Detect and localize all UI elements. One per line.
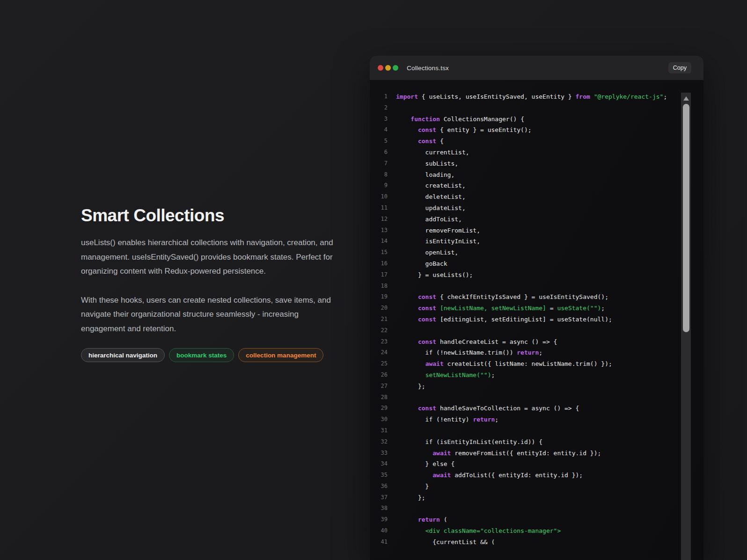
line-number: 35 [375,470,388,481]
line-number: 31 [375,425,388,436]
code-line: 33 await removeFromList({ entityId: enti… [375,448,703,459]
code-line: 30 if (!entity) return; [375,414,703,425]
window-title: Collections.tsx [407,65,449,72]
line-number: 11 [375,203,388,214]
code-line: 15 openList, [375,247,703,258]
code-line: 37 }; [375,492,703,503]
code-line: 35 await addToList({ entityId: entity.id… [375,470,703,481]
code-line: 14 isEntityInList, [375,236,703,247]
line-number: 41 [375,537,388,548]
line-number: 17 [375,269,388,281]
scrollbar-track[interactable] [681,93,691,560]
line-number: 32 [375,436,388,448]
code-line: 41 {currentList && ( [375,537,703,548]
code-line: 40 <div className="collections-manager"> [375,525,703,537]
code-line: 2 [375,102,703,114]
line-number: 26 [375,370,388,381]
line-number: 27 [375,381,388,392]
line-number: 37 [375,492,388,503]
line-number: 2 [375,102,388,114]
code-window-header: Collections.tsx Copy [370,56,703,80]
code-line: 16 goBack [375,258,703,269]
line-number: 4 [375,124,388,136]
feature-tag: collection management [238,348,323,362]
line-number: 7 [375,158,388,169]
code-window: Collections.tsx Copy 1import { useLists,… [370,56,703,560]
code-line: 32 if (isEntityInList(entity.id)) { [375,436,703,448]
code-line: 36 } [375,481,703,492]
code-line: 12 addToList, [375,214,703,225]
line-number: 10 [375,191,388,203]
line-number: 19 [375,291,388,303]
code-line: 7 subLists, [375,158,703,169]
code-editor: 1import { useLists, useIsEntitySaved, us… [370,80,703,560]
line-number: 21 [375,314,388,325]
code-content: 1import { useLists, useIsEntitySaved, us… [370,80,703,548]
code-line: 34 } else { [375,458,703,470]
line-number: 9 [375,180,388,191]
code-line: 1import { useLists, useIsEntitySaved, us… [375,91,703,102]
line-number: 18 [375,281,388,292]
line-number: 20 [375,303,388,314]
code-line: 13 removeFromList, [375,225,703,236]
traffic-light-maximize[interactable] [393,65,398,71]
code-line: 24 if (!newListName.trim()) return; [375,347,703,358]
hero-section: Smart Collections useLists() enables hie… [81,206,336,362]
line-number: 39 [375,514,388,525]
line-number: 29 [375,403,388,414]
code-line: 31 [375,425,703,436]
line-number: 12 [375,214,388,225]
code-line: 22 [375,325,703,336]
line-number: 28 [375,392,388,403]
traffic-lights [378,65,398,71]
page: Smart Collections useLists() enables hie… [0,0,747,560]
code-line: 20 const [newListName, setNewListName] =… [375,303,703,314]
page-title: Smart Collections [81,206,336,225]
code-line: 11 updateList, [375,203,703,214]
feature-tags: hierarchical navigationbookmark statesco… [81,348,336,362]
line-number: 3 [375,114,388,125]
code-line: 25 await createList({ listName: newListN… [375,358,703,370]
code-line: 19 const { checkIfEntityIsSaved } = useI… [375,291,703,303]
copy-button[interactable]: Copy [668,62,691,73]
line-number: 15 [375,247,388,258]
scroll-up-arrow-icon[interactable] [683,96,689,101]
code-line: 17 } = useLists(); [375,269,703,281]
hero-description: useLists() enables hierarchical collecti… [81,236,336,336]
line-number: 14 [375,236,388,247]
code-line: 5 const { [375,136,703,147]
code-line: 21 const [editingList, setEditingList] =… [375,314,703,325]
code-line: 26 setNewListName(""); [375,370,703,381]
line-number: 25 [375,358,388,370]
line-number: 6 [375,147,388,158]
line-number: 40 [375,525,388,537]
code-line: 6 currentList, [375,147,703,158]
code-line: 4 const { entity } = useEntity(); [375,124,703,136]
line-number: 1 [375,91,388,102]
code-line: 10 deleteList, [375,191,703,203]
code-line: 18 [375,281,703,292]
line-number: 24 [375,347,388,358]
line-number: 36 [375,481,388,492]
line-number: 16 [375,258,388,269]
line-number: 13 [375,225,388,236]
scrollbar-thumb[interactable] [683,104,689,332]
traffic-light-close[interactable] [378,65,383,71]
hero-paragraph: useLists() enables hierarchical collecti… [81,236,336,279]
code-line: 27 }; [375,381,703,392]
feature-tag: bookmark states [169,348,234,362]
line-number: 8 [375,169,388,181]
code-line: 23 const handleCreateList = async () => … [375,336,703,348]
line-number: 38 [375,503,388,514]
line-number: 5 [375,136,388,147]
line-number: 23 [375,336,388,348]
line-number: 30 [375,414,388,425]
traffic-light-minimize[interactable] [385,65,391,71]
code-line: 28 [375,392,703,403]
code-line: 38 [375,503,703,514]
code-line: 3 function CollectionsManager() { [375,114,703,125]
line-number: 34 [375,458,388,470]
feature-tag: hierarchical navigation [81,348,165,362]
line-number: 22 [375,325,388,336]
code-line: 8 loading, [375,169,703,181]
